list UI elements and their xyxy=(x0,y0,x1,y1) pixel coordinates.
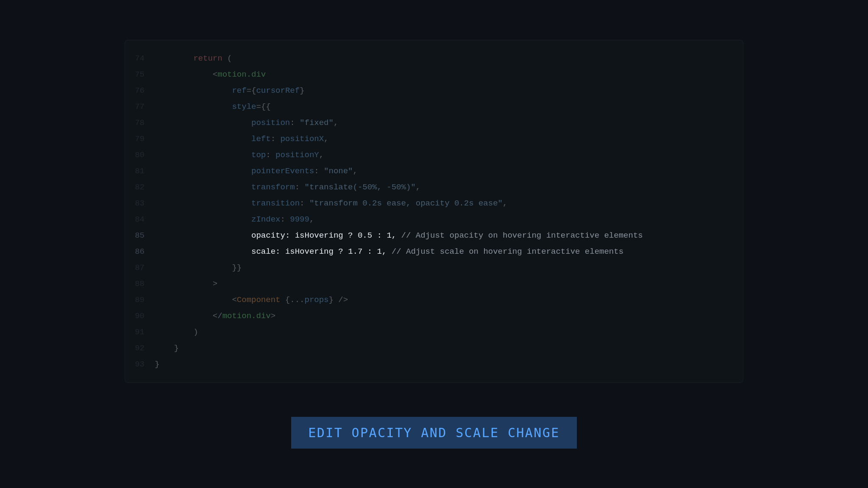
code-line: 88 > xyxy=(125,276,729,292)
line-number: 86 xyxy=(125,244,155,260)
code-content: </motion.div> xyxy=(155,308,275,324)
code-content: top: positionY, xyxy=(155,147,324,163)
line-number: 90 xyxy=(125,308,155,324)
line-number: 91 xyxy=(125,324,155,340)
code-content: opacity: isHovering ? 0.5 : 1, // Adjust… xyxy=(155,227,643,244)
code-content: style={{ xyxy=(155,99,271,115)
line-number: 74 xyxy=(125,50,155,67)
code-line: 81 pointerEvents: "none", xyxy=(125,163,729,179)
code-content: transform: "translate(-50%, -50%)", xyxy=(155,179,420,195)
code-content: position: "fixed", xyxy=(155,115,338,131)
code-content: pointerEvents: "none", xyxy=(155,163,358,179)
code-line: 84 zIndex: 9999, xyxy=(125,211,729,227)
line-number: 76 xyxy=(125,83,155,99)
code-line: 93} xyxy=(125,356,729,372)
line-number: 92 xyxy=(125,340,155,356)
code-line: 90 </motion.div> xyxy=(125,308,729,324)
code-content: return ( xyxy=(155,50,232,67)
code-content: <Component {...props} /> xyxy=(155,292,348,308)
line-number: 75 xyxy=(125,67,155,83)
code-line: 75 <motion.div xyxy=(125,67,729,83)
code-line: 78 position: "fixed", xyxy=(125,115,729,131)
line-number: 89 xyxy=(125,292,155,308)
line-number: 78 xyxy=(125,115,155,131)
code-content: } xyxy=(155,356,159,372)
line-number: 85 xyxy=(125,227,155,244)
line-number: 79 xyxy=(125,131,155,147)
line-number: 80 xyxy=(125,147,155,163)
code-content: transition: "transform 0.2s ease, opacit… xyxy=(155,195,507,211)
code-line: 87 }} xyxy=(125,260,729,276)
line-number: 77 xyxy=(125,99,155,115)
line-number: 84 xyxy=(125,211,155,227)
line-number: 87 xyxy=(125,260,155,276)
code-content: ref={cursorRef} xyxy=(155,83,305,99)
code-line: 77 style={{ xyxy=(125,99,729,115)
line-number: 82 xyxy=(125,179,155,195)
code-content: left: positionX, xyxy=(155,131,329,147)
code-line: 80 top: positionY, xyxy=(125,147,729,163)
line-number: 81 xyxy=(125,163,155,179)
code-line: 79 left: positionX, xyxy=(125,131,729,147)
code-block: 74 return (75 <motion.div76 ref={cursorR… xyxy=(125,40,743,383)
code-line: 85 opacity: isHovering ? 0.5 : 1, // Adj… xyxy=(125,227,729,244)
line-number: 88 xyxy=(125,276,155,292)
code-content: scale: isHovering ? 1.7 : 1, // Adjust s… xyxy=(155,244,623,260)
code-content: > xyxy=(155,276,217,292)
code-content: zIndex: 9999, xyxy=(155,211,314,227)
line-number: 93 xyxy=(125,356,155,372)
code-line: 82 transform: "translate(-50%, -50%)", xyxy=(125,179,729,195)
caption-banner: EDIT OPACITY AND SCALE CHANGE xyxy=(291,417,576,449)
code-content: }} xyxy=(155,260,242,276)
code-line: 76 ref={cursorRef} xyxy=(125,83,729,99)
code-line: 92 } xyxy=(125,340,729,356)
code-line: 74 return ( xyxy=(125,50,729,67)
code-content: <motion.div xyxy=(155,67,266,83)
code-line: 91 ) xyxy=(125,324,729,340)
code-content: } xyxy=(155,340,179,356)
code-line: 86 scale: isHovering ? 1.7 : 1, // Adjus… xyxy=(125,244,729,260)
code-line: 83 transition: "transform 0.2s ease, opa… xyxy=(125,195,729,211)
line-number: 83 xyxy=(125,195,155,211)
code-content: ) xyxy=(155,324,198,340)
code-line: 89 <Component {...props} /> xyxy=(125,292,729,308)
